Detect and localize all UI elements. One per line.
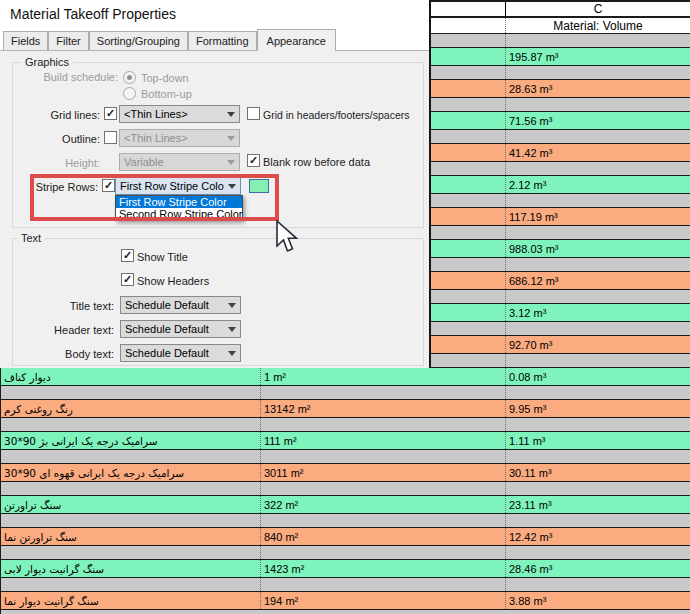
- header-text-combobox[interactable]: Schedule Default: [120, 320, 241, 338]
- material-area-cell[interactable]: 13142 m²: [261, 400, 506, 417]
- material-name-cell[interactable]: رنگ روغنی کرم: [1, 400, 261, 417]
- table-row: سنگ گرانیت دیوار لابی 1423 m² 28.46 m³: [1, 560, 690, 577]
- grid-in-headers-checkbox[interactable]: [247, 107, 260, 120]
- spacer-area-cell: [261, 450, 506, 463]
- spacer-name-cell: [1, 578, 261, 591]
- bottom-up-label: Bottom-up: [141, 88, 192, 100]
- material-area-cell[interactable]: 1 m²: [261, 368, 506, 385]
- spacer-name-cell: [1, 386, 261, 399]
- material-volume-cell[interactable]: 3.12 m³: [506, 304, 690, 321]
- material-name-cell[interactable]: سنگ تراورتن نما: [1, 528, 261, 545]
- material-volume-cell[interactable]: 1.11 m³: [506, 432, 690, 449]
- body-text-combobox[interactable]: Schedule Default: [120, 344, 241, 362]
- material-area-cell[interactable]: 1423 m²: [261, 560, 506, 577]
- dialog-tabstrip: Fields Filter Sorting/Grouping Formattin…: [0, 28, 429, 50]
- show-title-checkbox[interactable]: [121, 249, 134, 262]
- spacer-area-cell: [261, 418, 506, 431]
- spacer-volume-cell: [506, 226, 690, 239]
- material-volume-cell[interactable]: 28.63 m³: [506, 80, 690, 97]
- material-name-cell[interactable]: سنگ تراورتن: [1, 496, 261, 513]
- tab-formatting[interactable]: Formatting: [188, 31, 257, 50]
- chevron-down-icon: [227, 160, 235, 165]
- material-volume-cell[interactable]: 988.03 m³: [506, 240, 690, 257]
- spacer-row: [1, 386, 690, 399]
- material-volume-cell[interactable]: 2.12 m³: [506, 176, 690, 193]
- tab-appearance[interactable]: Appearance: [257, 29, 336, 51]
- bottom-up-radio: [123, 87, 136, 100]
- material-volume-cell[interactable]: 92.70 m³: [506, 336, 690, 353]
- header-text-label: Header text:: [30, 324, 114, 336]
- spacer-area-cell: [261, 514, 506, 527]
- spacer-name-cell: [1, 482, 261, 495]
- grid-lines-checkbox[interactable]: [104, 107, 117, 120]
- material-name-cell[interactable]: سنگ گرانیت دیوار نما: [1, 592, 261, 609]
- table-row: سنگ تراورتن نما 840 m² 12.42 m³: [1, 528, 690, 545]
- spacer-name-cell: [1, 514, 261, 527]
- outline-combobox: <Thin Lines>: [119, 129, 240, 147]
- show-headers-checkbox[interactable]: [121, 273, 134, 286]
- tab-fields[interactable]: Fields: [3, 31, 48, 50]
- spacer-volume-cell: [506, 546, 690, 559]
- spacer-row: [1, 418, 690, 431]
- material-area-cell[interactable]: 3011 m²: [261, 464, 506, 481]
- material-name-cell[interactable]: سرامیک درجه یک ایرانی بژ 90*30: [1, 432, 261, 449]
- title-text-combobox[interactable]: Schedule Default: [120, 296, 241, 314]
- material-volume-cell[interactable]: 9.95 m³: [506, 400, 690, 417]
- top-down-label: Top-down: [141, 72, 189, 84]
- annotation-red-rectangle: [30, 174, 279, 221]
- spacer-name-cell: [1, 418, 261, 431]
- material-area-cell[interactable]: 111 m²: [261, 432, 506, 449]
- table-row: دیوار کناف 1 m² 0.08 m³: [1, 368, 690, 385]
- spacer-volume-cell: [506, 450, 690, 463]
- chevron-down-icon: [228, 303, 236, 308]
- build-schedule-label: Build schedule:: [20, 71, 118, 83]
- material-name-cell[interactable]: سرامیک درجه یک ایرانی قهوه ای 90*30: [1, 464, 261, 481]
- material-area-cell[interactable]: 322 m²: [261, 496, 506, 513]
- material-name-cell[interactable]: سنگ گرانیت دیوار لابی: [1, 560, 261, 577]
- spacer-volume-cell: [506, 194, 690, 207]
- spacer-volume-cell: [506, 418, 690, 431]
- blank-row-checkbox[interactable]: [247, 154, 260, 167]
- material-name-cell[interactable]: دیوار کناف: [1, 368, 261, 385]
- tab-filter[interactable]: Filter: [48, 31, 88, 50]
- material-volume-cell[interactable]: 3.88 m³: [506, 592, 690, 609]
- material-volume-cell[interactable]: 23.11 m³: [506, 496, 690, 513]
- spacer-row: [1, 578, 690, 591]
- spacer-volume-cell: [506, 386, 690, 399]
- grid-lines-label: Grid lines:: [20, 109, 100, 121]
- spacer-volume-cell: [506, 322, 690, 335]
- spacer-row: [1, 482, 690, 495]
- grid-lines-combobox[interactable]: <Thin Lines>: [119, 105, 240, 123]
- body-text-label: Body text:: [30, 348, 114, 360]
- material-area-cell[interactable]: 194 m²: [261, 592, 506, 609]
- height-combobox: Variable: [119, 153, 240, 171]
- spacer-volume-cell: [506, 578, 690, 591]
- material-volume-cell[interactable]: 686.12 m³: [506, 272, 690, 289]
- spacer-volume-cell: [506, 162, 690, 175]
- table-row: سرامیک درجه یک ایرانی بژ 90*30 111 m² 1.…: [1, 432, 690, 449]
- spacer-volume-cell: [506, 258, 690, 271]
- material-volume-cell[interactable]: 30.11 m³: [506, 464, 690, 481]
- show-title-label: Show Title: [137, 251, 188, 263]
- dialog-titlebar[interactable]: Material Takeoff Properties: [0, 0, 429, 28]
- spacer-area-cell: [261, 482, 506, 495]
- material-volume-cell[interactable]: 0.08 m³: [506, 368, 690, 385]
- volume-column-header[interactable]: Material: Volume: [506, 19, 690, 33]
- material-volume-cell[interactable]: 41.42 m³: [506, 144, 690, 161]
- tab-sorting-grouping[interactable]: Sorting/Grouping: [89, 31, 188, 50]
- top-down-radio: [123, 71, 136, 84]
- text-group-label: Text: [17, 232, 45, 244]
- graphics-group-label: Graphics: [21, 56, 73, 68]
- material-volume-cell[interactable]: 71.56 m³: [506, 112, 690, 129]
- spacer-volume-cell: [506, 290, 690, 303]
- material-takeoff-properties-dialog: Material Takeoff Properties Fields Filte…: [0, 0, 431, 368]
- material-volume-cell[interactable]: 28.46 m³: [506, 560, 690, 577]
- material-area-cell[interactable]: 840 m²: [261, 528, 506, 545]
- chevron-down-icon: [228, 351, 236, 356]
- material-volume-cell[interactable]: 12.42 m³: [506, 528, 690, 545]
- material-volume-cell[interactable]: 195.87 m³: [506, 48, 690, 65]
- outline-checkbox[interactable]: [104, 131, 117, 144]
- material-volume-cell[interactable]: 117.19 m³: [506, 208, 690, 225]
- table-row: رنگ روغنی کرم 13142 m² 9.95 m³: [1, 400, 690, 417]
- spacer-row: [1, 546, 690, 559]
